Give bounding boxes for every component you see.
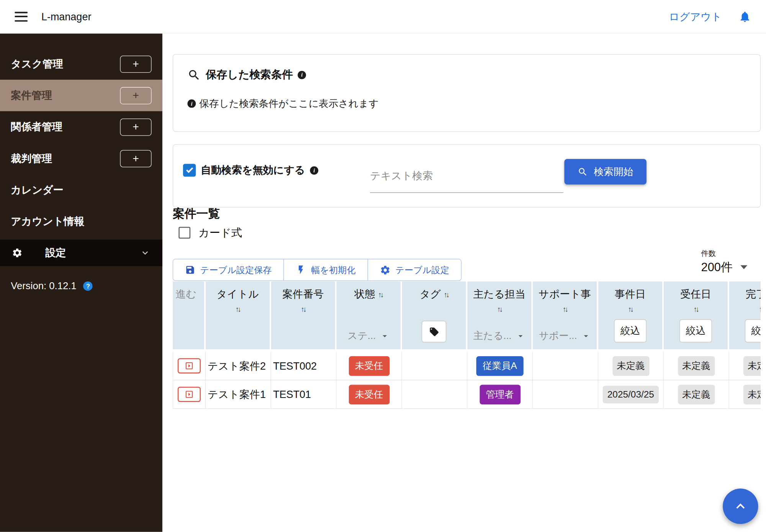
case-title-cell[interactable]: テスト案件1 xyxy=(206,380,271,408)
sort-icon[interactable]: ↑↓ xyxy=(563,305,567,313)
sidebar-item-account[interactable]: アカウント情報 xyxy=(0,206,162,237)
scroll-top-fab[interactable] xyxy=(723,489,758,524)
case-list-title: 案件一覧 xyxy=(173,206,220,221)
dropdown-caret-icon xyxy=(516,331,525,341)
search-start-button[interactable]: 検索開始 xyxy=(564,159,647,185)
sidebar-item-calendar[interactable]: カレンダー xyxy=(0,174,162,206)
column-header-support[interactable]: サポート事 ↑↓ サポー... xyxy=(533,282,597,349)
sort-icon[interactable]: ↑↓ xyxy=(236,305,240,313)
tag-filter-button[interactable] xyxy=(422,321,446,343)
sidebar-item-trials[interactable]: 裁判管理 + xyxy=(0,143,162,174)
open-case-button[interactable] xyxy=(178,387,201,402)
search-icon xyxy=(187,68,201,82)
add-party-button[interactable]: + xyxy=(120,118,151,136)
case-number-cell[interactable]: TEST01 xyxy=(271,380,337,408)
search-start-label: 検索開始 xyxy=(594,165,633,178)
sort-icon[interactable]: ↑↓ xyxy=(694,305,698,313)
count-label: 件数 xyxy=(701,249,748,258)
tag-cell xyxy=(402,380,468,408)
dropdown-caret-icon xyxy=(740,265,747,269)
chevron-down-icon xyxy=(140,247,151,258)
column-header-acceptance-date[interactable]: 受任日 ↑↓ 絞込 xyxy=(664,282,728,349)
add-task-button[interactable]: + xyxy=(120,56,151,73)
app-window: L-manager ログアウト タスク管理 + 案件管理 + 関係者管理 + 裁… xyxy=(0,0,766,532)
column-header-case-number[interactable]: 案件番号 ↑↓ xyxy=(271,282,335,349)
info-icon[interactable]: i xyxy=(298,70,306,79)
search-panel-card: 自動検索を無効にする i 検索開始 xyxy=(173,144,761,208)
reset-width-button[interactable]: 幅を初期化 xyxy=(283,259,367,280)
sidebar-item-label: タスク管理 xyxy=(11,57,63,71)
page-size-select[interactable]: 件数 200件 xyxy=(701,249,748,275)
case-title-cell[interactable]: テスト案件2 xyxy=(206,352,271,380)
reset-width-label: 幅を初期化 xyxy=(311,264,355,276)
open-case-button[interactable] xyxy=(178,358,201,373)
gear-icon xyxy=(380,264,390,275)
table-settings-button[interactable]: テーブル設定 xyxy=(367,259,461,280)
case-number-cell[interactable]: TEST002 xyxy=(271,352,337,380)
notifications-bell-icon[interactable] xyxy=(738,10,751,23)
save-table-settings-button[interactable]: テーブル設定保存 xyxy=(173,259,283,280)
tag-icon xyxy=(429,326,439,337)
column-header-title[interactable]: タイトル ↑↓ xyxy=(206,282,270,349)
incident-date-filter-button[interactable]: 絞込 xyxy=(614,319,647,342)
search-icon xyxy=(578,167,588,177)
assignee-badge: 管理者 xyxy=(480,385,520,404)
column-header-main-assignee[interactable]: 主たる担当 ↑↓ 主たる... xyxy=(467,282,531,349)
sort-icon[interactable]: ↑↓ xyxy=(628,305,633,313)
sidebar-item-tasks[interactable]: タスク管理 + xyxy=(0,48,162,80)
add-trial-button[interactable]: + xyxy=(120,150,151,167)
acceptance-date-cell: 未定義 xyxy=(664,352,729,380)
status-cell: 未受任 xyxy=(337,352,402,380)
version-row: Version: 0.12.1 ? xyxy=(11,280,93,292)
help-icon[interactable]: ? xyxy=(83,282,93,291)
incident-date-cell: 2025/03/25 xyxy=(598,380,664,408)
completion-date-badge: 未定義 xyxy=(743,385,761,404)
sidebar: タスク管理 + 案件管理 + 関係者管理 + 裁判管理 + カレンダー アカウン… xyxy=(0,33,162,532)
status-filter-select[interactable]: ステ... xyxy=(347,329,390,342)
go-cell xyxy=(173,352,206,380)
info-icon: i xyxy=(187,99,196,108)
completion-date-badge: 未定義 xyxy=(743,356,761,375)
completion-date-cell: 未定義 xyxy=(729,380,761,408)
sidebar-item-cases[interactable]: 案件管理 + xyxy=(0,80,162,111)
column-header-completion-date[interactable]: 完了日 ↑↓ 絞込 xyxy=(729,282,761,349)
sort-icon[interactable]: ↑↓ xyxy=(301,305,306,313)
add-case-button[interactable]: + xyxy=(120,87,151,104)
gear-icon xyxy=(12,247,23,258)
support-filter-select[interactable]: サポー... xyxy=(539,329,591,342)
status-cell: 未受任 xyxy=(337,380,402,408)
assignee-cell: 従業員A xyxy=(467,352,533,380)
column-header-status[interactable]: 状態 ↑↓ ステ... xyxy=(337,282,401,349)
incident-date-badge: 未定義 xyxy=(612,356,649,375)
table-row: テスト案件1 TEST01 未受任 管理者 2025/03/25 未定義 未定義 xyxy=(173,380,761,409)
bolt-icon xyxy=(296,265,306,275)
card-view-checkbox[interactable] xyxy=(178,227,190,239)
sort-icon[interactable]: ↑↓ xyxy=(444,291,448,298)
sidebar-item-settings[interactable]: 設定 xyxy=(0,240,162,266)
info-icon[interactable]: i xyxy=(310,166,318,175)
sidebar-item-label: 案件管理 xyxy=(11,88,52,102)
completion-date-filter-button[interactable]: 絞込 xyxy=(745,319,761,342)
acceptance-date-badge: 未定義 xyxy=(678,385,715,404)
acceptance-date-filter-button[interactable]: 絞込 xyxy=(679,319,712,342)
tag-cell xyxy=(402,352,468,380)
sort-icon[interactable]: ↑↓ xyxy=(759,305,760,313)
saved-search-title: 保存した検索条件 xyxy=(206,67,293,82)
assignee-filter-select[interactable]: 主たる... xyxy=(473,329,525,342)
sort-icon[interactable]: ↑↓ xyxy=(378,291,383,298)
sidebar-item-parties[interactable]: 関係者管理 + xyxy=(0,111,162,142)
column-header-tag[interactable]: タグ ↑↓ xyxy=(402,282,466,349)
logout-link[interactable]: ログアウト xyxy=(669,10,722,23)
dropdown-caret-icon xyxy=(581,331,591,341)
auto-search-checkbox[interactable] xyxy=(183,164,196,177)
video-play-icon xyxy=(185,390,194,399)
sidebar-nav: タスク管理 + 案件管理 + 関係者管理 + 裁判管理 + カレンダー アカウン… xyxy=(0,33,162,237)
text-search-input[interactable] xyxy=(370,159,563,193)
app-title: L-manager xyxy=(41,11,91,23)
assignee-cell: 管理者 xyxy=(467,380,533,408)
sort-icon[interactable]: ↑↓ xyxy=(497,305,502,313)
menu-icon[interactable] xyxy=(15,11,28,21)
status-badge: 未受任 xyxy=(349,385,390,404)
auto-search-label: 自動検索を無効にする xyxy=(201,163,305,177)
column-header-incident-date[interactable]: 事件日 ↑↓ 絞込 xyxy=(598,282,662,349)
